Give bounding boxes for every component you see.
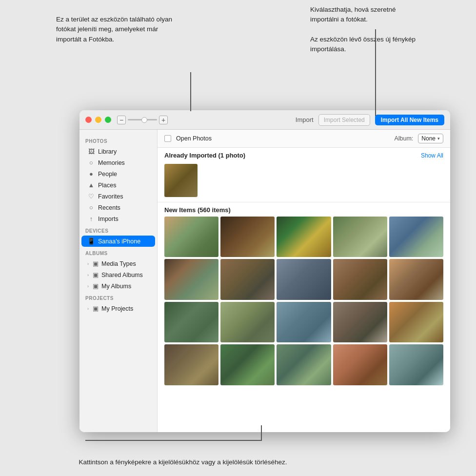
photo-thumb[interactable] xyxy=(164,302,218,342)
zoom-controls: − + xyxy=(117,116,168,124)
recents-icon: ○ xyxy=(87,204,95,211)
sidebar-item-shared-albums-label: Shared Albums xyxy=(101,272,143,278)
callout-line-right xyxy=(375,29,376,116)
sidebar-item-memories[interactable]: ○ Memories xyxy=(81,157,155,168)
photo-thumb[interactable] xyxy=(389,344,443,385)
photo-thumb[interactable] xyxy=(220,344,275,385)
photo-thumb[interactable] xyxy=(277,217,331,257)
sidebar-item-people[interactable]: ● People xyxy=(81,168,155,179)
sidebar-item-places[interactable]: ▲ Places xyxy=(81,179,155,191)
annotation-top-right: Kiválaszthatja, hová szeretné importálni… xyxy=(310,5,417,54)
already-imported-header: Already Imported (1 photo) Show All xyxy=(158,148,450,161)
places-icon: ▲ xyxy=(87,181,95,189)
photo-thumb[interactable] xyxy=(389,259,443,299)
shared-albums-icon: ▣ xyxy=(92,271,99,278)
photo-thumb[interactable] xyxy=(220,217,275,257)
imports-icon: ↑ xyxy=(87,215,95,222)
sidebar-item-media-types-label: Media Types xyxy=(101,260,136,267)
callout-line-bottom xyxy=(85,440,261,441)
sidebar-item-imports[interactable]: ↑ Imports xyxy=(81,213,155,224)
photo-thumb[interactable] xyxy=(333,344,387,385)
photo-thumb[interactable] xyxy=(277,302,331,342)
projects-section-label: PROJECTS xyxy=(79,292,157,303)
sidebar-item-recents[interactable]: ○ Recents xyxy=(81,202,155,213)
chevron-my-projects: › xyxy=(87,306,89,311)
import-all-button[interactable]: Import All New Items xyxy=(375,115,444,125)
photo-thumb[interactable] xyxy=(333,217,387,257)
content-toolbar: Open Photos Album: None ▾ xyxy=(158,130,450,148)
photos-app-window: − + Import Import Selected Import All Ne… xyxy=(79,110,450,432)
sidebar-item-shared-albums[interactable]: › ▣ Shared Albums xyxy=(81,269,155,280)
traffic-lights xyxy=(85,117,111,123)
sidebar-item-imports-label: Imports xyxy=(98,216,119,222)
sidebar-item-my-projects-label: My Projects xyxy=(101,305,133,312)
sidebar-item-media-types[interactable]: › ▣ Media Types xyxy=(81,258,155,269)
imported-photo-thumb[interactable] xyxy=(164,164,198,197)
open-photos-label: Open Photos xyxy=(176,135,212,142)
close-button[interactable] xyxy=(85,117,92,123)
sidebar-item-places-label: Places xyxy=(98,182,117,189)
photo-thumb[interactable] xyxy=(220,259,275,299)
devices-section-label: DEVICES xyxy=(79,224,157,236)
sidebar-item-library[interactable]: 🖼 Library xyxy=(81,146,155,157)
sidebar-item-device-label: Sanaa's iPhone xyxy=(98,238,140,245)
my-albums-icon: ▣ xyxy=(92,282,99,290)
select-all-checkbox[interactable] xyxy=(164,135,171,142)
sidebar-item-people-label: People xyxy=(98,171,117,178)
sidebar-item-favorites-label: Favorites xyxy=(98,193,123,200)
sidebar-item-my-albums[interactable]: › ▣ My Albums xyxy=(81,280,155,292)
window-body: Photos 🖼 Library ○ Memories ● People ▲ P… xyxy=(79,130,450,432)
album-label: Album: xyxy=(394,135,413,142)
sidebar-item-my-albums-label: My Albums xyxy=(101,283,131,290)
photo-grid xyxy=(158,217,450,392)
main-content: Open Photos Album: None ▾ Already Import… xyxy=(158,130,450,432)
sidebar-item-favorites[interactable]: ♡ Favorites xyxy=(81,191,155,202)
already-imported-row xyxy=(158,161,450,202)
media-types-icon: ▣ xyxy=(92,260,99,267)
iphone-icon: 📱 xyxy=(87,238,95,245)
sidebar: Photos 🖼 Library ○ Memories ● People ▲ P… xyxy=(79,130,158,432)
album-select-arrow-icon: ▾ xyxy=(437,136,440,141)
photo-thumb[interactable] xyxy=(389,302,443,342)
show-all-link[interactable]: Show All xyxy=(421,152,443,159)
photo-thumb[interactable] xyxy=(164,259,218,299)
zoom-plus-button[interactable]: + xyxy=(159,116,168,124)
titlebar: − + Import Import Selected Import All Ne… xyxy=(79,110,450,130)
already-imported-title: Already Imported (1 photo) xyxy=(164,152,245,159)
chevron-my-albums: › xyxy=(87,284,89,289)
photo-thumb[interactable] xyxy=(277,344,331,385)
imported-photo-image xyxy=(164,164,198,197)
zoom-thumb xyxy=(141,117,147,123)
library-icon: 🖼 xyxy=(87,148,95,155)
photo-thumb[interactable] xyxy=(164,217,218,257)
import-label: Import xyxy=(296,116,314,123)
photos-section-label: Photos xyxy=(79,135,157,146)
titlebar-right: Import Import Selected Import All New It… xyxy=(296,114,444,126)
album-select[interactable]: None ▾ xyxy=(418,134,443,143)
maximize-button[interactable] xyxy=(105,117,111,123)
new-items-title: New Items (560 items) xyxy=(164,206,231,214)
sidebar-item-my-projects[interactable]: › ▣ My Projects xyxy=(81,303,155,314)
callout-line-bottom-vert xyxy=(261,425,262,441)
annotation-bottom: Kattintson a fényképekre a kijelölésükhö… xyxy=(78,457,288,467)
photo-thumb[interactable] xyxy=(389,217,443,257)
albums-section-label: ALBUMS xyxy=(79,247,157,258)
callout-line-left xyxy=(190,72,191,111)
my-projects-icon: ▣ xyxy=(92,305,99,312)
zoom-minus-button[interactable]: − xyxy=(117,116,126,124)
people-icon: ● xyxy=(87,170,95,178)
photo-thumb[interactable] xyxy=(164,344,218,385)
zoom-slider[interactable] xyxy=(128,119,157,120)
minimize-button[interactable] xyxy=(95,117,101,123)
sidebar-item-library-label: Library xyxy=(98,148,117,155)
photo-thumb[interactable] xyxy=(333,259,387,299)
sidebar-item-device[interactable]: 📱 Sanaa's iPhone xyxy=(81,236,155,247)
import-selected-button[interactable]: Import Selected xyxy=(318,114,370,126)
photo-thumb[interactable] xyxy=(333,302,387,342)
photo-thumb[interactable] xyxy=(277,259,331,299)
chevron-shared-albums: › xyxy=(87,273,89,278)
photo-thumb[interactable] xyxy=(220,302,275,342)
favorites-icon: ♡ xyxy=(87,193,95,200)
sidebar-item-recents-label: Recents xyxy=(98,204,120,211)
annotation-top-left: Ez a terület az eszközön található olyan… xyxy=(56,15,183,44)
